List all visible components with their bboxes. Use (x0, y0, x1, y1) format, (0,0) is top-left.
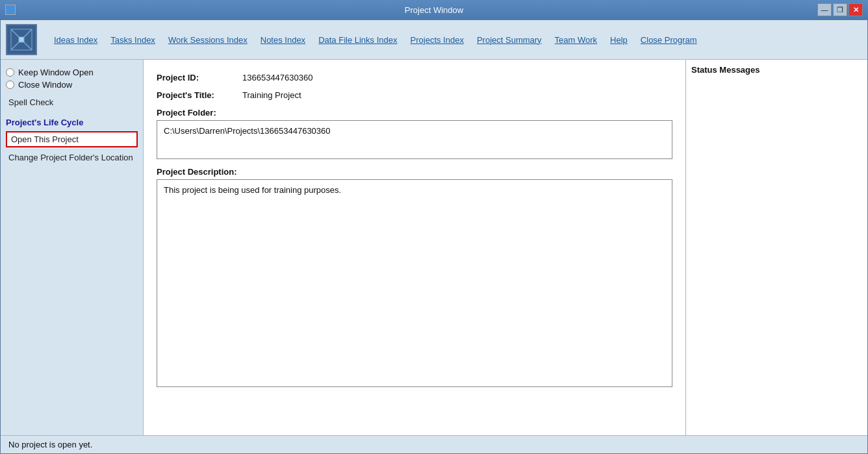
menu-ideas-index[interactable]: Ideas Index (47, 32, 104, 47)
menu-notes-index[interactable]: Notes Index (254, 32, 312, 47)
window-title: Project Window (405, 5, 463, 15)
project-folder-label: Project Folder: (157, 108, 672, 118)
project-title-value: Training Project (242, 90, 301, 100)
window-mode-group: Keep Window Open Close Window (6, 68, 138, 90)
project-id-row: Project ID: 136653447630360 (157, 73, 672, 82)
open-this-project-button[interactable]: Open This Project (6, 131, 138, 147)
status-panel: Status Messages (685, 60, 867, 435)
title-bar: Project Window — ❐ ✕ (0, 0, 868, 19)
project-title-row: Project's Title: Training Project (157, 90, 672, 100)
status-panel-title: Status Messages (691, 65, 862, 75)
menu-help[interactable]: Help (604, 32, 634, 47)
minimize-button[interactable]: — (817, 3, 832, 16)
menu-bar: Ideas Index Tasks Index Work Sessions In… (1, 20, 867, 60)
window-controls: — ❐ ✕ (817, 3, 863, 16)
keep-window-open-label: Keep Window Open (18, 68, 94, 77)
restore-button[interactable]: ❐ (833, 3, 847, 16)
menu-projects-index[interactable]: Projects Index (404, 32, 470, 47)
spell-check-link[interactable]: Spell Check (6, 96, 138, 108)
menu-tasks-index[interactable]: Tasks Index (104, 32, 162, 47)
menu-team-work[interactable]: Team Work (548, 32, 604, 47)
close-window-button[interactable]: ✕ (849, 3, 863, 16)
status-bar: No project is open yet. (1, 435, 867, 453)
project-id-value: 136653447630360 (242, 73, 313, 82)
menu-close-program[interactable]: Close Program (634, 32, 704, 47)
window-body: Ideas Index Tasks Index Work Sessions In… (0, 19, 868, 454)
app-logo (6, 24, 37, 55)
project-folder-value: C:\Users\Darren\Projects\136653447630360 (157, 120, 672, 159)
close-window-radio[interactable] (6, 81, 14, 89)
project-folder-section: Project Folder: C:\Users\Darren\Projects… (157, 108, 672, 159)
project-description-section: Project Description: This project is bei… (157, 167, 672, 387)
app-icon (5, 5, 16, 15)
project-id-label: Project ID: (157, 73, 235, 82)
close-window-label: Close Window (18, 80, 72, 90)
change-folder-link[interactable]: Change Project Folder's Location (6, 151, 138, 164)
main-content: Project ID: 136653447630360 Project's Ti… (144, 60, 685, 435)
close-window-option[interactable]: Close Window (6, 80, 138, 90)
project-title-label: Project's Title: (157, 90, 235, 100)
keep-window-open-radio[interactable] (6, 68, 14, 77)
project-description-label: Project Description: (157, 167, 672, 177)
title-bar-left (5, 5, 16, 15)
menu-data-file-links-index[interactable]: Data File Links Index (312, 32, 403, 47)
svg-rect-3 (19, 37, 24, 42)
menu-project-summary[interactable]: Project Summary (470, 32, 548, 47)
keep-window-open-option[interactable]: Keep Window Open (6, 68, 138, 77)
status-text: No project is open yet. (8, 440, 92, 449)
sidebar: Keep Window Open Close Window Spell Chec… (1, 60, 144, 435)
content-area: Keep Window Open Close Window Spell Chec… (1, 60, 867, 435)
lifecycle-section-label: Project's Life Cycle (6, 118, 138, 127)
project-description-value[interactable]: This project is being used for training … (157, 179, 672, 387)
menu-work-sessions-index[interactable]: Work Sessions Index (162, 32, 254, 47)
